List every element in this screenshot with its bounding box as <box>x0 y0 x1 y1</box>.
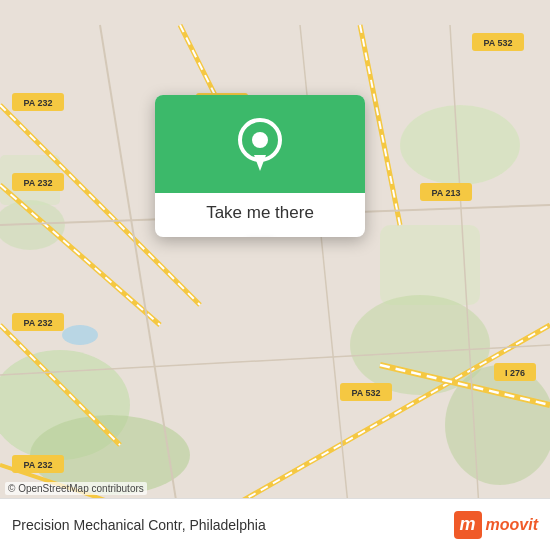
bottom-bar: Precision Mechanical Contr, Philadelphia… <box>0 498 550 550</box>
svg-text:PA 532: PA 532 <box>351 388 380 398</box>
moovit-icon: m <box>454 511 482 539</box>
osm-credit: © OpenStreetMap contributors <box>5 482 147 495</box>
map-svg: PA 232 PA 232 PA 232 PA 232 PA 532 PA 53… <box>0 0 550 550</box>
svg-text:PA 232: PA 232 <box>23 98 52 108</box>
svg-text:I 276: I 276 <box>505 368 525 378</box>
svg-text:PA 232: PA 232 <box>23 178 52 188</box>
popup-card: Take me there <box>155 95 365 237</box>
location-pin-icon <box>237 117 283 175</box>
moovit-text: moovit <box>486 516 538 534</box>
svg-text:PA 232: PA 232 <box>23 460 52 470</box>
svg-text:PA 532: PA 532 <box>483 38 512 48</box>
svg-text:PA 213: PA 213 <box>431 188 460 198</box>
svg-text:PA 232: PA 232 <box>23 318 52 328</box>
popup-green-area <box>155 95 365 193</box>
moovit-logo: m moovit <box>454 511 538 539</box>
svg-marker-50 <box>254 155 266 171</box>
svg-point-3 <box>400 105 520 185</box>
map-container: PA 232 PA 232 PA 232 PA 232 PA 532 PA 53… <box>0 0 550 550</box>
svg-point-49 <box>252 132 268 148</box>
location-label: Precision Mechanical Contr, Philadelphia <box>12 517 454 533</box>
svg-point-9 <box>62 325 98 345</box>
take-me-there-button[interactable]: Take me there <box>190 193 330 237</box>
